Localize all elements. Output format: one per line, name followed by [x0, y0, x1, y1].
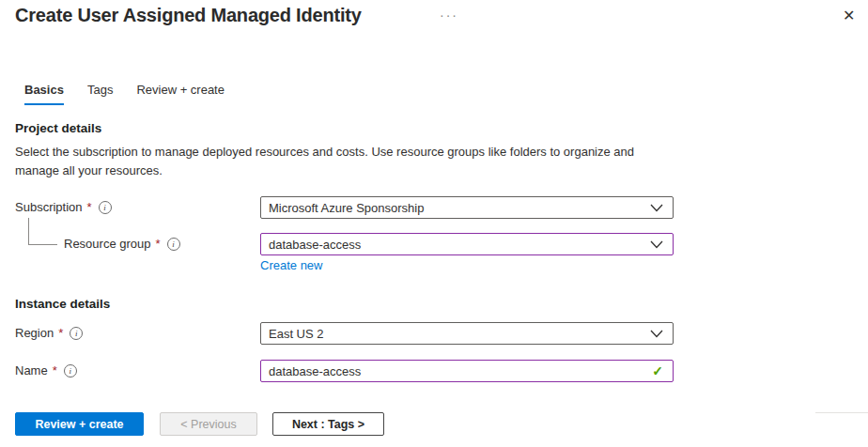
- subscription-label: Subscription * i: [15, 200, 112, 214]
- create-new-link[interactable]: Create new: [260, 258, 322, 272]
- next-tags-button[interactable]: Next : Tags >: [272, 412, 384, 436]
- name-input[interactable]: [269, 362, 652, 380]
- tab-basics[interactable]: Basics: [24, 83, 64, 105]
- name-field: ✓: [260, 360, 674, 382]
- required-asterisk: *: [87, 200, 92, 214]
- review-create-button[interactable]: Review + create: [15, 412, 144, 436]
- info-icon[interactable]: i: [64, 364, 77, 378]
- valid-check-icon: ✓: [652, 363, 663, 378]
- project-details-description: Select the subscription to manage deploy…: [15, 143, 652, 180]
- subscription-label-text: Subscription: [15, 200, 83, 214]
- info-icon[interactable]: i: [167, 238, 180, 251]
- close-icon[interactable]: ✕: [843, 8, 855, 24]
- subscription-value: Microsoft Azure Sponsorship: [269, 201, 643, 215]
- info-icon[interactable]: i: [99, 201, 112, 214]
- footer-divider: [815, 412, 868, 413]
- chevron-down-icon: [650, 240, 663, 249]
- more-options-icon[interactable]: ···: [440, 8, 458, 23]
- region-value: East US 2: [269, 327, 643, 341]
- previous-button[interactable]: < Previous: [160, 412, 257, 436]
- tab-tags[interactable]: Tags: [87, 83, 113, 105]
- tab-bar: Basics Tags Review + create: [24, 83, 248, 105]
- resource-group-tree-connector: [28, 218, 57, 245]
- tab-review-create[interactable]: Review + create: [136, 83, 225, 105]
- chevron-down-icon: [650, 330, 663, 338]
- name-label-text: Name: [15, 363, 48, 378]
- page-title: Create User Assigned Managed Identity: [15, 5, 362, 26]
- region-label: Region * i: [15, 326, 83, 340]
- instance-details-heading: Instance details: [15, 297, 110, 311]
- required-asterisk: *: [58, 326, 63, 340]
- name-label: Name * i: [15, 363, 77, 378]
- region-label-text: Region: [15, 326, 54, 340]
- resource-group-value: database-access: [269, 238, 643, 252]
- resource-group-label-text: Resource group: [64, 237, 151, 251]
- required-asterisk: *: [156, 237, 161, 251]
- chevron-down-icon: [650, 204, 663, 212]
- info-icon[interactable]: i: [70, 327, 83, 340]
- resource-group-dropdown[interactable]: database-access: [260, 233, 674, 255]
- required-asterisk: *: [53, 363, 57, 378]
- project-details-heading: Project details: [15, 121, 101, 135]
- resource-group-label: Resource group * i: [64, 237, 180, 251]
- subscription-dropdown[interactable]: Microsoft Azure Sponsorship: [260, 196, 674, 219]
- region-dropdown[interactable]: East US 2: [260, 322, 674, 345]
